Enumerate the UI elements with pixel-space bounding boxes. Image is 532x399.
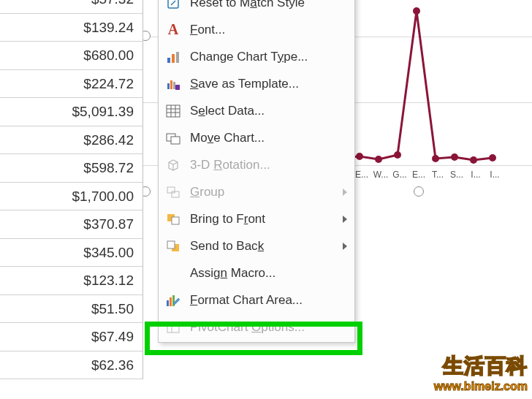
menu-move-chart[interactable]: Move Chart... [159, 124, 354, 151]
menu-label: Format Chart Area... [190, 293, 347, 308]
cell[interactable]: $51.50 [0, 295, 142, 324]
menu-format-chart-area[interactable]: Format Chart Area... [159, 286, 354, 314]
x-tick: W... [371, 170, 390, 180]
cell[interactable]: $139.24 [0, 14, 142, 42]
menu-label: Reset to Match Style [190, 0, 347, 10]
cell[interactable]: $598.72 [0, 154, 142, 183]
menu-label: Save as Template... [190, 77, 347, 91]
cell[interactable]: $286.42 [0, 126, 142, 155]
menu-label: Group [190, 185, 343, 200]
svg-rect-17 [167, 105, 180, 117]
submenu-arrow-icon [343, 216, 347, 223]
menu-save-template[interactable]: Save as Template... [159, 70, 354, 97]
svg-point-3 [394, 151, 401, 159]
cell[interactable]: $345.00 [0, 239, 142, 267]
menu-select-data[interactable]: Select Data... [159, 97, 354, 124]
format-chart-icon [164, 292, 183, 309]
svg-rect-9 [168, 0, 178, 8]
watermark-title: 生活百科 [434, 352, 528, 380]
save-template-icon [164, 75, 183, 93]
svg-rect-27 [172, 217, 179, 224]
svg-rect-12 [176, 52, 179, 63]
menu-label: Bring to Front [190, 212, 343, 227]
group-icon [164, 183, 183, 201]
svg-rect-13 [167, 83, 170, 89]
menu-label: Assign Macro... [190, 266, 347, 281]
move-chart-icon [164, 129, 183, 147]
menu-label: Move Chart... [190, 131, 347, 145]
svg-rect-31 [170, 297, 172, 306]
bring-front-icon [164, 210, 183, 228]
cube-icon [164, 156, 183, 174]
menu-assign-macro[interactable]: Assign Macro... [159, 259, 354, 286]
svg-rect-11 [172, 54, 175, 63]
cell[interactable]: $57.32 [0, 0, 142, 14]
menu-pivotchart-options: PivotChart Options... [159, 314, 354, 341]
svg-point-1 [356, 153, 363, 160]
svg-point-5 [432, 155, 439, 162]
svg-rect-10 [167, 58, 170, 63]
svg-rect-29 [167, 241, 175, 248]
cell[interactable]: $680.00 [0, 42, 142, 70]
cell[interactable]: $67.49 [0, 323, 142, 352]
menu-label: Font... [190, 23, 347, 37]
menu-3d-rotation: 3-D Rotation... [159, 151, 354, 178]
menu-label: PivotChart Options... [190, 320, 347, 335]
svg-rect-30 [167, 300, 169, 306]
cell[interactable]: $1,700.00 [0, 183, 142, 211]
menu-reset-match-style[interactable]: Reset to Match Style [159, 0, 354, 16]
send-back-icon [164, 238, 183, 255]
menu-label: Select Data... [190, 104, 347, 118]
svg-rect-25 [172, 191, 179, 197]
menu-send-to-back[interactable]: Send to Back [159, 232, 354, 259]
svg-point-4 [413, 7, 420, 15]
menu-bring-to-front[interactable]: Bring to Front [159, 205, 354, 232]
svg-point-2 [375, 156, 382, 163]
menu-change-chart-type[interactable]: Change Chart Type... [159, 43, 354, 70]
svg-rect-24 [167, 187, 175, 193]
svg-point-8 [489, 154, 496, 162]
menu-label: Send to Back [190, 239, 343, 254]
watermark-url: www.bimeiz.com [434, 380, 528, 393]
chart-x-axis: I... E... W... G... E... T... S... I... … [333, 170, 504, 180]
cell[interactable]: $224.72 [0, 70, 142, 99]
menu-label: 3-D Rotation... [190, 158, 347, 172]
context-menu: Reset to Match Style A Font... Change Ch… [158, 0, 355, 343]
font-icon: A [164, 21, 183, 39]
chart-type-icon [164, 48, 183, 66]
menu-font[interactable]: A Font... [159, 16, 354, 43]
spreadsheet-column[interactable]: $57.32 $139.24 $680.00 $224.72 $5,091.39… [0, 0, 143, 379]
cell[interactable]: $62.36 [0, 352, 142, 380]
svg-rect-33 [167, 322, 179, 332]
select-data-icon [164, 102, 183, 120]
x-tick: I... [466, 170, 485, 180]
cell[interactable]: $123.12 [0, 267, 142, 295]
watermark: 生活百科 www.bimeiz.com [434, 352, 528, 393]
svg-rect-23 [171, 137, 180, 144]
svg-rect-16 [175, 85, 180, 90]
pivot-options-icon [164, 319, 183, 336]
x-tick: E... [409, 170, 428, 180]
blank-icon [164, 265, 183, 282]
x-tick: G... [390, 170, 409, 180]
x-tick: I... [485, 170, 504, 180]
submenu-arrow-icon [343, 189, 347, 196]
svg-point-6 [451, 153, 458, 161]
cell[interactable]: $5,091.39 [0, 98, 142, 126]
submenu-arrow-icon [343, 243, 347, 250]
svg-rect-14 [170, 80, 172, 89]
reset-style-icon [164, 0, 183, 12]
x-tick: T... [428, 170, 447, 180]
menu-group: Group [159, 178, 354, 205]
svg-rect-15 [173, 82, 175, 89]
svg-point-7 [470, 156, 477, 164]
cell[interactable]: $370.87 [0, 210, 142, 239]
menu-label: Change Chart Type... [190, 50, 347, 64]
x-tick: S... [447, 170, 466, 180]
